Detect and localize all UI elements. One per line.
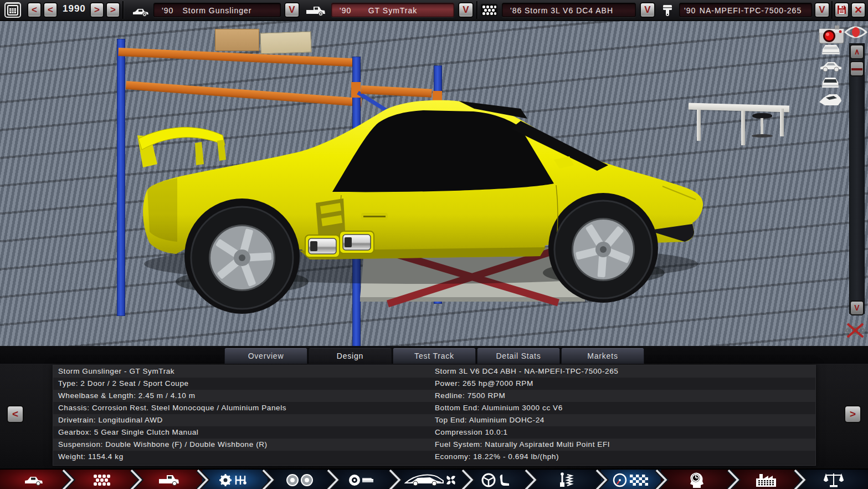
- camera-view-rear-button[interactable]: [820, 75, 840, 89]
- model-name: Storm Gunslinger: [154, 3, 280, 18]
- tab-overview[interactable]: Overview: [224, 348, 307, 364]
- trim-van-icon: [306, 6, 326, 17]
- stool-base: [752, 134, 773, 137]
- spec-bottom-end: Bottom End: Aluminium 3000 cc V6: [435, 404, 563, 412]
- toolbar-step-gearbox[interactable]: [202, 470, 268, 489]
- table-row: Chassis: Corrosion Rest. Steel Monocoque…: [53, 402, 815, 414]
- bottom-tab-strip: Overview Design Test Track Detail Stats …: [0, 346, 868, 364]
- table-leg: [741, 111, 745, 145]
- design-steps-toolbar: [0, 468, 868, 489]
- toolbar-step-engine[interactable]: [68, 470, 136, 489]
- spec-redline: Redline: 7500 RPM: [435, 391, 505, 400]
- wooden-panel: [260, 31, 311, 54]
- visibility-eye-button[interactable]: [844, 26, 867, 39]
- trim-dropdown-button[interactable]: V: [458, 2, 474, 18]
- spec-table: Storm Gunslinger - GT SymTrakStorm 3L V6…: [53, 365, 816, 466]
- eye-pupil-icon: [852, 27, 860, 37]
- spec-compression: Compression 10.0:1: [435, 428, 508, 436]
- rack-post: [117, 39, 125, 316]
- save-button[interactable]: [834, 2, 849, 18]
- engine-title: Storm 3L V6 DC4 ABH - NA-MPEFI-TPC-7500-…: [435, 367, 618, 375]
- trim-name: GT SymTrak: [332, 3, 454, 18]
- design-info-area: < > Storm Gunslinger - GT SymTrakStorm 3…: [0, 364, 868, 469]
- engine-variant-dropdown-button[interactable]: V: [814, 2, 830, 18]
- prev-page-button[interactable]: <: [7, 405, 24, 423]
- trim-select[interactable]: '90 GT SymTrak: [331, 3, 454, 17]
- trim-title: Storm Gunslinger - GT SymTrak: [58, 367, 174, 375]
- spec-wheelbase: Wheelbase & Length: 2.45 m / 4.10 m: [58, 391, 196, 400]
- spec-weight: Weight: 1154.4 kg: [58, 452, 124, 461]
- table-row: Gearbox: 5 Gear Single Clutch ManualComp…: [53, 426, 815, 439]
- table-row: Type: 2 Door / 2 Seat / Sport CoupePower…: [53, 378, 815, 390]
- engine-icon: [481, 4, 497, 16]
- spec-drivetrain: Drivetrain: Longitudinal AWD: [58, 416, 163, 424]
- toolbar-step-wheels[interactable]: [268, 470, 332, 489]
- toolbar-step-brakes[interactable]: [332, 470, 394, 489]
- camera-view-side-button[interactable]: [819, 60, 843, 72]
- spec-fuel-system: Fuel System: Naturally Aspirated Multi P…: [435, 440, 610, 449]
- year-back-fast-button[interactable]: <: [27, 2, 42, 18]
- toolbar-step-body-aero[interactable]: [394, 470, 467, 489]
- toolbar-step-car[interactable]: [0, 470, 68, 489]
- engine-variant-select[interactable]: '90 NA-MPEFI-TPC-7500-265: [679, 3, 812, 17]
- close-x-icon: ✕: [854, 4, 862, 16]
- table-row: Suspension: Double Wishbone (F) / Double…: [53, 439, 815, 451]
- toolbar-step-demographics[interactable]: [661, 470, 733, 489]
- save-floppy-icon: [837, 5, 846, 14]
- spec-top-end: Top End: Aluminium DOHC-24: [435, 416, 545, 424]
- engine-family-name: Storm 3L V6 DC4 ABH: [502, 3, 635, 18]
- rack-post: [352, 57, 361, 346]
- engine-family-select[interactable]: '86 Storm 3L V6 DC4 ABH: [502, 3, 636, 17]
- spec-gearbox: Gearbox: 5 Gear Single Clutch Manual: [58, 428, 198, 436]
- tab-detail-stats[interactable]: Detail Stats: [477, 348, 560, 364]
- scrollbar-thumb[interactable]: [850, 61, 864, 77]
- viewport-scrollbar-track[interactable]: [849, 43, 865, 314]
- divider: [122, 1, 124, 19]
- piston-icon: [661, 4, 674, 17]
- tab-markets[interactable]: Markets: [561, 348, 644, 364]
- year-forward-button[interactable]: >: [90, 2, 104, 18]
- cardboard-box: [215, 29, 259, 51]
- spec-suspension: Suspension: Double Wishbone (F) / Double…: [58, 440, 268, 449]
- divider: [476, 1, 477, 19]
- spec-type: Type: 2 Door / 2 Seat / Sport Coupe: [58, 379, 189, 388]
- spec-economy: Economy: 18.22% - 0.694 lb/(hph): [435, 452, 559, 461]
- car-icon: [132, 7, 150, 17]
- calendar-icon: [7, 4, 18, 16]
- hide-overlay-eye-button[interactable]: [844, 322, 866, 339]
- table-row: Drivetrain: Longitudinal AWDTop End: Alu…: [53, 414, 815, 426]
- toolbar-step-test-track[interactable]: [601, 470, 661, 489]
- model-dropdown-button[interactable]: V: [284, 2, 300, 18]
- table-row: Wheelbase & Length: 2.45 m / 4.10 mRedli…: [53, 390, 815, 402]
- tab-test-track[interactable]: Test Track: [393, 348, 476, 364]
- next-page-button[interactable]: >: [844, 405, 861, 423]
- camera-view-perspective-button[interactable]: [818, 91, 843, 108]
- toolbar-step-interior[interactable]: [467, 470, 530, 489]
- year-back-button[interactable]: <: [43, 2, 58, 18]
- top-bar: < < 1990 > > '90 Storm Gunslinger V '90 …: [0, 0, 868, 21]
- model-select[interactable]: '90 Storm Gunslinger: [153, 3, 281, 17]
- toolbar-step-balance[interactable]: [799, 470, 868, 489]
- toolbar-step-factory[interactable]: [733, 470, 799, 489]
- divider: [831, 1, 833, 19]
- engine-family-dropdown-button[interactable]: V: [640, 2, 655, 18]
- camera-view-front-button[interactable]: [820, 43, 841, 55]
- engine-variant-name: NA-MPEFI-TPC-7500-265: [690, 3, 811, 18]
- tab-design[interactable]: Design: [309, 348, 392, 364]
- table-row: Weight: 1154.4 kgEconomy: 18.22% - 0.694…: [53, 451, 815, 463]
- year-forward-fast-button[interactable]: >: [106, 2, 120, 18]
- garage-3d-viewport[interactable]: PROPOSED COLOURS: [0, 20, 868, 346]
- table-row: Storm Gunslinger - GT SymTrakStorm 3L V6…: [53, 365, 815, 378]
- scroll-up-button[interactable]: ∧: [850, 44, 864, 59]
- rack-connector: [433, 91, 442, 105]
- toolbar-step-suspension[interactable]: [530, 470, 601, 489]
- photo-mode-button[interactable]: [818, 24, 845, 44]
- year-label: 1990: [63, 3, 86, 14]
- close-button[interactable]: ✕: [851, 2, 866, 18]
- scroll-down-button[interactable]: V: [850, 300, 864, 315]
- automation-game-window: < < 1990 > > '90 Storm Gunslinger V '90 …: [0, 0, 868, 489]
- calendar-button[interactable]: [4, 2, 21, 18]
- toolbar-step-trim-van[interactable]: [136, 470, 202, 489]
- spec-chassis: Chassis: Corrosion Rest. Steel Monocoque…: [58, 404, 286, 412]
- table-leg: [697, 110, 701, 141]
